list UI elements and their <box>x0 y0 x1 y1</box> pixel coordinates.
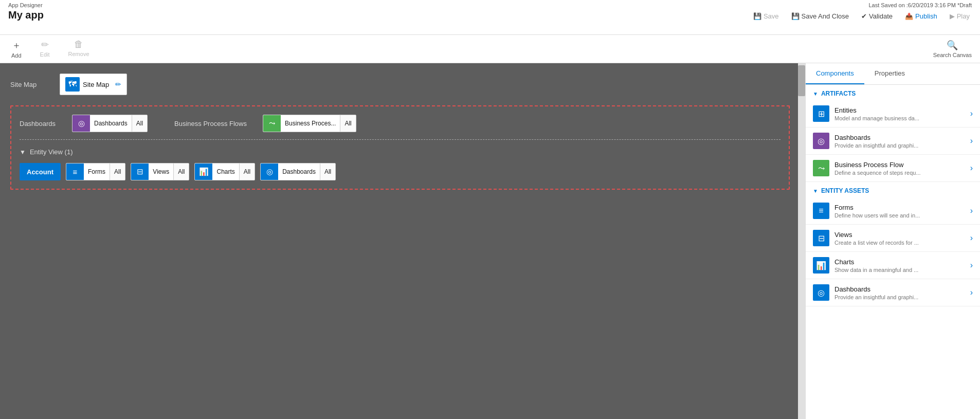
forms-component-box[interactable]: ≡ Forms All <box>66 163 125 180</box>
dashboards-panel-title: Dashboards <box>834 134 970 141</box>
panel-item-charts[interactable]: 📊 Charts Show data in a meaningful and .… <box>806 252 980 279</box>
entity-view-title: Entity View (1) <box>30 148 73 156</box>
title-bar: App Designer My app Last Saved on :6/20/… <box>0 0 980 35</box>
remove-toolbar-item[interactable]: 🗑 Remove <box>65 38 93 60</box>
right-panel: Components Properties ▼ ARTIFACTS ⊞ Enti… <box>805 63 980 419</box>
add-toolbar-item[interactable]: ＋ Add <box>8 38 25 60</box>
entities-chevron-icon: › <box>970 109 973 118</box>
entity-assets-label: ENTITY ASSETS <box>821 187 869 194</box>
bpf-component-name: Business Proces... <box>281 120 340 127</box>
sitemap-edit-icon[interactable]: ✏ <box>115 80 121 88</box>
save-and-close-button[interactable]: 💾 Save And Close <box>789 11 851 21</box>
entity-header: ▼ Entity View (1) <box>20 148 781 156</box>
bpf-label: Business Process Flows <box>174 120 257 127</box>
validate-button[interactable]: ✔ Validate <box>859 11 895 21</box>
bpf-component-box[interactable]: ⤳ Business Proces... All <box>263 115 356 132</box>
sitemap-row: Site Map 🗺 Site Map ✏ <box>10 74 790 95</box>
dashboards-icon-block: ◎ <box>72 115 90 132</box>
bpf-all-btn[interactable]: All <box>340 115 355 132</box>
publish-button[interactable]: 📤 Publish <box>903 11 939 21</box>
dashboards-icon: ◎ <box>78 119 85 128</box>
canvas-scrollbar[interactable] <box>798 63 805 419</box>
sitemap-label: Site Map <box>10 81 51 88</box>
entities-title: Entities <box>834 106 970 114</box>
entity-assets-section-header: ▼ ENTITY ASSETS <box>806 182 980 197</box>
add-icon: ＋ <box>12 39 21 51</box>
main-toolbar: ＋ Add ✏ Edit 🗑 Remove 🔍 Search Canvas <box>0 35 980 63</box>
panel-item-dashboards-assets[interactable]: ◎ Dashboards Provide an insightful and g… <box>806 279 980 306</box>
charts-component-name: Charts <box>212 168 239 175</box>
bpf-panel-title: Business Process Flow <box>834 161 970 169</box>
dashboards-assets-panel-chevron-icon: › <box>970 288 973 297</box>
play-icon: ▶ <box>950 12 955 20</box>
save-close-icon: 💾 <box>791 12 800 20</box>
views-component-box[interactable]: ⊟ Views All <box>131 163 189 180</box>
dashboards-panel-icon: ◎ <box>813 133 829 149</box>
artifacts-chevron-icon: ▼ <box>813 91 818 97</box>
dashboards-label: Dashboards <box>20 120 66 127</box>
dashboards-panel-chevron-icon: › <box>970 136 973 145</box>
charts-panel-desc: Show data in a meaningful and ... <box>834 267 970 273</box>
charts-panel-chevron-icon: › <box>970 261 973 270</box>
views-panel-chevron-icon: › <box>970 233 973 243</box>
bpf-icon: ⤳ <box>269 119 276 128</box>
search-canvas[interactable]: 🔍 Search Canvas <box>933 40 972 58</box>
edit-toolbar-item[interactable]: ✏ Edit <box>37 38 53 60</box>
search-icon: 🔍 <box>947 40 958 51</box>
title-bar-left: App Designer My app <box>8 2 44 21</box>
forms-panel-icon: ≡ <box>813 203 829 219</box>
sitemap-icon-symbol: 🗺 <box>68 80 77 89</box>
remove-icon: 🗑 <box>74 39 83 50</box>
tab-properties[interactable]: Properties <box>864 63 915 84</box>
main-area: Site Map 🗺 Site Map ✏ Dashboards ◎ <box>0 63 980 419</box>
views-component-name: Views <box>149 168 173 175</box>
panel-item-forms[interactable]: ≡ Forms Define how users will see and in… <box>806 197 980 225</box>
canvas-content: Site Map 🗺 Site Map ✏ Dashboards ◎ <box>0 63 805 419</box>
charts-panel-title: Charts <box>834 258 970 266</box>
forms-all-btn[interactable]: All <box>110 163 125 180</box>
bpf-icon-block: ⤳ <box>263 115 281 132</box>
tab-components[interactable]: Components <box>806 63 864 84</box>
bpf-panel-desc: Define a sequence of steps requ... <box>834 170 970 176</box>
save-button[interactable]: 💾 Save <box>751 11 781 21</box>
sitemap-box[interactable]: 🗺 Site Map ✏ <box>60 74 127 95</box>
panel-item-bpf[interactable]: ⤳ Business Process Flow Define a sequenc… <box>806 155 980 182</box>
views-panel-icon: ⊟ <box>813 230 829 246</box>
sitemap-icon: 🗺 <box>65 77 80 92</box>
views-panel-desc: Create a list view of records for ... <box>834 240 970 246</box>
entity-section: ▼ Entity View (1) Account ≡ Forms All <box>20 148 781 180</box>
play-button[interactable]: ▶ Play <box>948 11 972 21</box>
dashboards2-all-btn[interactable]: All <box>320 163 335 180</box>
charts-component-box[interactable]: 📊 Charts All <box>194 163 255 180</box>
save-icon: 💾 <box>753 12 761 20</box>
charts-all-btn[interactable]: All <box>239 163 255 180</box>
forms-panel-chevron-icon: › <box>970 206 973 215</box>
panel-item-views[interactable]: ⊟ Views Create a list view of records fo… <box>806 225 980 252</box>
panel-item-entities[interactable]: ⊞ Entities Model and manage business da.… <box>806 100 980 127</box>
account-button[interactable]: Account <box>20 163 61 180</box>
dashboards2-component-name: Dashboards <box>278 168 320 175</box>
dashboards-panel-desc: Provide an insightful and graphi... <box>834 142 970 149</box>
forms-component-name: Forms <box>84 168 110 175</box>
forms-icon-block: ≡ <box>66 163 84 180</box>
dashboards2-component-box[interactable]: ◎ Dashboards All <box>260 163 336 180</box>
edit-icon: ✏ <box>41 39 49 50</box>
forms-panel-title: Forms <box>834 204 970 211</box>
dashboards-assets-panel-title: Dashboards <box>834 285 970 293</box>
dashboards-assets-panel-desc: Provide an insightful and graphi... <box>834 294 970 300</box>
views-all-btn[interactable]: All <box>173 163 189 180</box>
dashboards-component-box[interactable]: ◎ Dashboards All <box>72 115 148 132</box>
title-toolbar-actions: 💾 Save 💾 Save And Close ✔ Validate 📤 Pub… <box>751 11 972 21</box>
bpf-panel-chevron-icon: › <box>970 163 973 173</box>
bpf-panel-icon: ⤳ <box>813 160 829 176</box>
dashboards-row: Dashboards ◎ Dashboards All Business Pro… <box>20 115 781 140</box>
entity-toggle[interactable]: ▼ <box>20 149 26 156</box>
dashboards2-icon-block: ◎ <box>261 163 278 180</box>
title-bar-right: Last Saved on :6/20/2019 3:16 PM *Draft … <box>751 2 972 21</box>
entities-desc: Model and manage business da... <box>834 115 970 121</box>
views-icon-block: ⊟ <box>131 163 149 180</box>
charts-panel-icon: 📊 <box>813 257 829 274</box>
dashboards-all-btn[interactable]: All <box>132 115 147 132</box>
panel-item-dashboards[interactable]: ◎ Dashboards Provide an insightful and g… <box>806 127 980 155</box>
canvas-scrollbar-thumb <box>798 65 805 96</box>
